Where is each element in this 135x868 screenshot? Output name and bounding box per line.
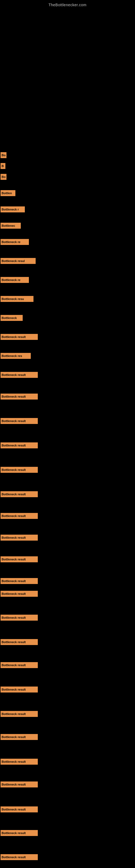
bottleneck-bar-25[interactable]: Bottleneck result [1,615,38,621]
bar-row-9: Bottleneck re [0,277,135,284]
bar-row-15: Bottleneck result [0,394,135,401]
bottleneck-bar-31[interactable]: Bottleneck result [1,759,38,765]
bar-row-8: Bottleneck resul [0,258,135,265]
bar-row-4: Bottlen [0,190,135,197]
bottleneck-bar-8[interactable]: Bottleneck resul [1,258,36,264]
bottleneck-bar-10[interactable]: Bottleneck resu [1,296,34,302]
bottleneck-bar-5[interactable]: Bottleneck r [1,207,25,212]
bar-row-34: Bottleneck result [0,830,135,837]
bar-row-33: Bottleneck result [0,806,135,813]
bar-row-12: Bottleneck result [0,334,135,341]
site-title: TheBottlenecker.com [0,0,135,8]
bottleneck-bar-2[interactable]: B [1,163,5,169]
bar-row-24: Bottleneck result [0,591,135,598]
bottleneck-bar-16[interactable]: Bottleneck result [1,418,38,424]
bar-row-11: Bottleneck [0,315,135,322]
bar-row-25: Bottleneck result [0,615,135,622]
bar-row-5: Bottleneck r [0,207,135,214]
bar-row-16: Bottleneck result [0,418,135,425]
bottleneck-bar-11[interactable]: Bottleneck [1,315,23,321]
bar-row-28: Bottleneck result [0,686,135,693]
bar-row-35: Bottleneck result [0,854,135,861]
bottleneck-bar-26[interactable]: Bottleneck result [1,639,38,645]
bar-row-30: Bottleneck result [0,734,135,741]
bottleneck-bar-28[interactable]: Bottleneck result [1,686,38,692]
bar-row-19: Bottleneck result [0,491,135,498]
bottleneck-bar-23[interactable]: Bottleneck result [1,578,38,584]
bottleneck-bar-35[interactable]: Bottleneck result [1,854,38,860]
bottleneck-bar-12[interactable]: Bottleneck result [1,334,38,340]
bar-row-7: Bottleneck re [0,239,135,246]
bottleneck-bar-14[interactable]: Bottleneck result [1,372,38,378]
bottleneck-bar-18[interactable]: Bottleneck result [1,467,38,473]
bottleneck-bar-13[interactable]: Bottleneck res [1,353,31,359]
bar-row-10: Bottleneck resu [0,296,135,303]
bar-row-31: Bottleneck result [0,759,135,766]
bottleneck-bar-4[interactable]: Bottlen [1,190,15,196]
bar-row-17: Bottleneck result [0,442,135,450]
bottleneck-bar-30[interactable]: Bottleneck result [1,734,38,740]
bar-row-21: Bottleneck result [0,535,135,542]
bottleneck-bar-32[interactable]: Bottleneck result [1,781,38,787]
bar-row-27: Bottleneck result [0,662,135,669]
bar-row-14: Bottleneck result [0,372,135,379]
bottleneck-bar-24[interactable]: Bottleneck result [1,591,38,597]
bar-row-26: Bottleneck result [0,639,135,646]
bar-row-13: Bottleneck res [0,353,135,360]
bar-row-23: Bottleneck result [0,578,135,585]
bottleneck-bar-3[interactable]: Bo [1,174,6,180]
bottleneck-bar-34[interactable]: Bottleneck result [1,830,38,836]
bar-row-1: Bo [0,152,135,159]
bottleneck-bar-6[interactable]: Bottlenec [1,223,21,229]
bar-row-20: Bottleneck result [0,513,135,520]
bottleneck-bar-21[interactable]: Bottleneck result [1,535,38,540]
bottleneck-bar-20[interactable]: Bottleneck result [1,513,38,519]
bar-row-18: Bottleneck result [0,467,135,474]
bottleneck-bar-15[interactable]: Bottleneck result [1,394,38,400]
bottleneck-bar-22[interactable]: Bottleneck result [1,556,38,562]
bottleneck-bar-33[interactable]: Bottleneck result [1,806,38,812]
bottleneck-bar-9[interactable]: Bottleneck re [1,277,29,283]
bottleneck-bar-1[interactable]: Bo [1,152,6,158]
bottleneck-bar-17[interactable]: Bottleneck result [1,442,38,448]
bar-row-32: Bottleneck result [0,781,135,788]
bar-row-3: Bo [0,174,135,181]
bar-row-29: Bottleneck result [0,711,135,718]
bar-row-2: B [0,163,135,170]
bar-row-22: Bottleneck result [0,556,135,563]
bottleneck-bar-19[interactable]: Bottleneck result [1,491,38,497]
bottleneck-bar-27[interactable]: Bottleneck result [1,662,38,668]
bottleneck-bar-29[interactable]: Bottleneck result [1,711,38,717]
bar-row-6: Bottlenec [0,223,135,230]
bottleneck-bar-7[interactable]: Bottleneck re [1,239,29,245]
